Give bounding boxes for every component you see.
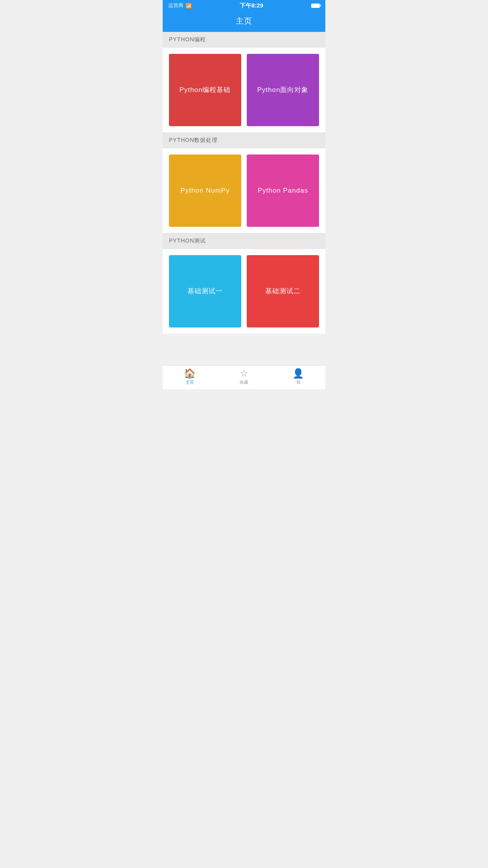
section-label-programming: PYTHON编程 [169,36,206,42]
grid-data: Python NumPy Python Pandas [163,148,325,233]
tab-bar: 🏠 主页 ☆ 收藏 👤 我 [163,365,325,389]
main-content: PYTHON编程 Python编程基础 Python面向对象 PYTHON数据处… [163,32,325,365]
grid-programming: Python编程基础 Python面向对象 [163,48,325,132]
carrier-label: 运营商 [168,2,183,9]
section-header-data: PYTHON数据处理 [163,132,325,148]
card-python-basics[interactable]: Python编程基础 [169,54,241,126]
card-label-test-one: 基础测试一 [187,286,223,296]
section-header-testing: PYTHON测试 [163,233,325,249]
status-right [311,4,320,8]
status-bar: 运营商 📶 下午8:29 [163,0,325,11]
card-python-numpy[interactable]: Python NumPy [169,154,241,227]
person-icon: 👤 [292,369,304,378]
star-icon: ☆ [240,369,248,378]
tab-favorites[interactable]: ☆ 收藏 [217,369,271,385]
tab-profile-label: 我 [296,379,301,385]
tab-home[interactable]: 🏠 主页 [163,369,217,385]
card-label-python-numpy: Python NumPy [180,186,229,196]
battery-icon [311,4,320,8]
status-left: 运营商 📶 [168,2,192,9]
status-time: 下午8:29 [240,2,263,9]
bottom-filler [163,334,325,365]
home-icon: 🏠 [184,369,196,378]
section-header-programming: PYTHON编程 [163,32,325,48]
card-label-python-basics: Python编程基础 [180,85,231,95]
tab-profile[interactable]: 👤 我 [271,369,325,385]
card-label-python-pandas: Python Pandas [258,186,308,196]
card-python-oop[interactable]: Python面向对象 [247,54,319,126]
card-test-two[interactable]: 基础测试二 [247,255,319,327]
card-python-pandas[interactable]: Python Pandas [247,154,319,227]
card-test-one[interactable]: 基础测试一 [169,255,241,327]
section-label-data: PYTHON数据处理 [169,137,218,143]
tab-home-label: 主页 [185,379,194,385]
grid-testing: 基础测试一 基础测试二 [163,249,325,334]
wifi-icon: 📶 [185,3,192,9]
card-label-python-oop: Python面向对象 [257,85,309,95]
card-label-test-two: 基础测试二 [265,286,301,296]
nav-header: 主页 [163,11,325,32]
page-title: 主页 [236,17,252,25]
section-label-testing: PYTHON测试 [169,237,206,244]
tab-favorites-label: 收藏 [240,379,248,385]
